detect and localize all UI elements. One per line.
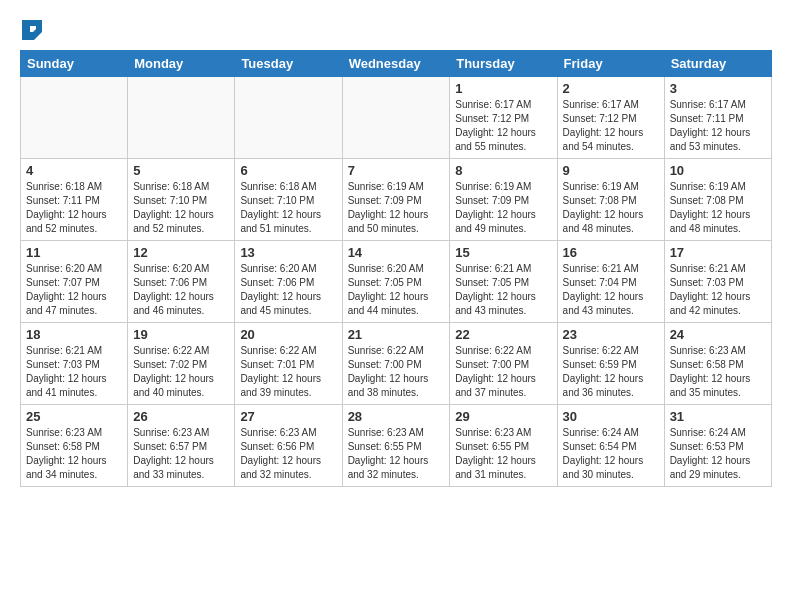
calendar-cell: 6Sunrise: 6:18 AM Sunset: 7:10 PM Daylig… bbox=[235, 159, 342, 241]
calendar-cell: 9Sunrise: 6:19 AM Sunset: 7:08 PM Daylig… bbox=[557, 159, 664, 241]
calendar-cell: 18Sunrise: 6:21 AM Sunset: 7:03 PM Dayli… bbox=[21, 323, 128, 405]
calendar-cell bbox=[342, 77, 450, 159]
calendar-cell: 23Sunrise: 6:22 AM Sunset: 6:59 PM Dayli… bbox=[557, 323, 664, 405]
day-info: Sunrise: 6:24 AM Sunset: 6:54 PM Dayligh… bbox=[563, 426, 659, 482]
calendar-cell: 7Sunrise: 6:19 AM Sunset: 7:09 PM Daylig… bbox=[342, 159, 450, 241]
day-number: 27 bbox=[240, 409, 336, 424]
calendar-cell bbox=[21, 77, 128, 159]
day-info: Sunrise: 6:22 AM Sunset: 7:01 PM Dayligh… bbox=[240, 344, 336, 400]
day-info: Sunrise: 6:19 AM Sunset: 7:08 PM Dayligh… bbox=[670, 180, 766, 236]
day-number: 29 bbox=[455, 409, 551, 424]
day-info: Sunrise: 6:20 AM Sunset: 7:06 PM Dayligh… bbox=[133, 262, 229, 318]
day-number: 17 bbox=[670, 245, 766, 260]
day-info: Sunrise: 6:18 AM Sunset: 7:10 PM Dayligh… bbox=[133, 180, 229, 236]
calendar-cell: 10Sunrise: 6:19 AM Sunset: 7:08 PM Dayli… bbox=[664, 159, 771, 241]
calendar-week-row: 4Sunrise: 6:18 AM Sunset: 7:11 PM Daylig… bbox=[21, 159, 772, 241]
day-number: 16 bbox=[563, 245, 659, 260]
day-info: Sunrise: 6:24 AM Sunset: 6:53 PM Dayligh… bbox=[670, 426, 766, 482]
calendar-cell: 17Sunrise: 6:21 AM Sunset: 7:03 PM Dayli… bbox=[664, 241, 771, 323]
calendar-cell: 3Sunrise: 6:17 AM Sunset: 7:11 PM Daylig… bbox=[664, 77, 771, 159]
calendar-week-row: 18Sunrise: 6:21 AM Sunset: 7:03 PM Dayli… bbox=[21, 323, 772, 405]
day-header-friday: Friday bbox=[557, 51, 664, 77]
day-info: Sunrise: 6:17 AM Sunset: 7:12 PM Dayligh… bbox=[563, 98, 659, 154]
calendar-cell: 13Sunrise: 6:20 AM Sunset: 7:06 PM Dayli… bbox=[235, 241, 342, 323]
calendar-header-row: SundayMondayTuesdayWednesdayThursdayFrid… bbox=[21, 51, 772, 77]
day-header-wednesday: Wednesday bbox=[342, 51, 450, 77]
day-info: Sunrise: 6:17 AM Sunset: 7:12 PM Dayligh… bbox=[455, 98, 551, 154]
calendar-cell: 22Sunrise: 6:22 AM Sunset: 7:00 PM Dayli… bbox=[450, 323, 557, 405]
calendar-cell bbox=[235, 77, 342, 159]
page-header bbox=[20, 20, 772, 40]
day-header-saturday: Saturday bbox=[664, 51, 771, 77]
calendar-cell: 11Sunrise: 6:20 AM Sunset: 7:07 PM Dayli… bbox=[21, 241, 128, 323]
day-number: 19 bbox=[133, 327, 229, 342]
calendar-cell: 8Sunrise: 6:19 AM Sunset: 7:09 PM Daylig… bbox=[450, 159, 557, 241]
day-number: 6 bbox=[240, 163, 336, 178]
day-info: Sunrise: 6:21 AM Sunset: 7:03 PM Dayligh… bbox=[26, 344, 122, 400]
calendar-cell: 25Sunrise: 6:23 AM Sunset: 6:58 PM Dayli… bbox=[21, 405, 128, 487]
calendar-cell bbox=[128, 77, 235, 159]
calendar-cell: 29Sunrise: 6:23 AM Sunset: 6:55 PM Dayli… bbox=[450, 405, 557, 487]
day-info: Sunrise: 6:23 AM Sunset: 6:55 PM Dayligh… bbox=[455, 426, 551, 482]
day-info: Sunrise: 6:22 AM Sunset: 7:00 PM Dayligh… bbox=[455, 344, 551, 400]
day-number: 3 bbox=[670, 81, 766, 96]
day-number: 20 bbox=[240, 327, 336, 342]
day-number: 22 bbox=[455, 327, 551, 342]
day-number: 1 bbox=[455, 81, 551, 96]
day-number: 10 bbox=[670, 163, 766, 178]
day-header-thursday: Thursday bbox=[450, 51, 557, 77]
day-number: 5 bbox=[133, 163, 229, 178]
day-info: Sunrise: 6:22 AM Sunset: 7:02 PM Dayligh… bbox=[133, 344, 229, 400]
day-number: 26 bbox=[133, 409, 229, 424]
calendar-week-row: 11Sunrise: 6:20 AM Sunset: 7:07 PM Dayli… bbox=[21, 241, 772, 323]
calendar-cell: 16Sunrise: 6:21 AM Sunset: 7:04 PM Dayli… bbox=[557, 241, 664, 323]
day-number: 8 bbox=[455, 163, 551, 178]
calendar-week-row: 1Sunrise: 6:17 AM Sunset: 7:12 PM Daylig… bbox=[21, 77, 772, 159]
day-header-tuesday: Tuesday bbox=[235, 51, 342, 77]
day-info: Sunrise: 6:20 AM Sunset: 7:05 PM Dayligh… bbox=[348, 262, 445, 318]
calendar-cell: 1Sunrise: 6:17 AM Sunset: 7:12 PM Daylig… bbox=[450, 77, 557, 159]
day-number: 9 bbox=[563, 163, 659, 178]
calendar-cell: 21Sunrise: 6:22 AM Sunset: 7:00 PM Dayli… bbox=[342, 323, 450, 405]
calendar-cell: 5Sunrise: 6:18 AM Sunset: 7:10 PM Daylig… bbox=[128, 159, 235, 241]
day-info: Sunrise: 6:22 AM Sunset: 6:59 PM Dayligh… bbox=[563, 344, 659, 400]
day-number: 12 bbox=[133, 245, 229, 260]
calendar-cell: 20Sunrise: 6:22 AM Sunset: 7:01 PM Dayli… bbox=[235, 323, 342, 405]
day-info: Sunrise: 6:23 AM Sunset: 6:58 PM Dayligh… bbox=[26, 426, 122, 482]
logo bbox=[20, 20, 42, 40]
day-number: 11 bbox=[26, 245, 122, 260]
day-number: 7 bbox=[348, 163, 445, 178]
calendar-cell: 4Sunrise: 6:18 AM Sunset: 7:11 PM Daylig… bbox=[21, 159, 128, 241]
day-number: 31 bbox=[670, 409, 766, 424]
day-info: Sunrise: 6:20 AM Sunset: 7:06 PM Dayligh… bbox=[240, 262, 336, 318]
day-header-monday: Monday bbox=[128, 51, 235, 77]
calendar-cell: 30Sunrise: 6:24 AM Sunset: 6:54 PM Dayli… bbox=[557, 405, 664, 487]
day-number: 14 bbox=[348, 245, 445, 260]
calendar-cell: 27Sunrise: 6:23 AM Sunset: 6:56 PM Dayli… bbox=[235, 405, 342, 487]
day-info: Sunrise: 6:17 AM Sunset: 7:11 PM Dayligh… bbox=[670, 98, 766, 154]
calendar-cell: 14Sunrise: 6:20 AM Sunset: 7:05 PM Dayli… bbox=[342, 241, 450, 323]
day-number: 13 bbox=[240, 245, 336, 260]
day-info: Sunrise: 6:23 AM Sunset: 6:56 PM Dayligh… bbox=[240, 426, 336, 482]
day-info: Sunrise: 6:21 AM Sunset: 7:05 PM Dayligh… bbox=[455, 262, 551, 318]
calendar-cell: 12Sunrise: 6:20 AM Sunset: 7:06 PM Dayli… bbox=[128, 241, 235, 323]
calendar-table: SundayMondayTuesdayWednesdayThursdayFrid… bbox=[20, 50, 772, 487]
day-info: Sunrise: 6:19 AM Sunset: 7:09 PM Dayligh… bbox=[348, 180, 445, 236]
calendar-cell: 2Sunrise: 6:17 AM Sunset: 7:12 PM Daylig… bbox=[557, 77, 664, 159]
day-number: 18 bbox=[26, 327, 122, 342]
day-number: 21 bbox=[348, 327, 445, 342]
day-number: 4 bbox=[26, 163, 122, 178]
day-info: Sunrise: 6:19 AM Sunset: 7:08 PM Dayligh… bbox=[563, 180, 659, 236]
day-number: 23 bbox=[563, 327, 659, 342]
day-number: 15 bbox=[455, 245, 551, 260]
day-number: 30 bbox=[563, 409, 659, 424]
day-info: Sunrise: 6:18 AM Sunset: 7:11 PM Dayligh… bbox=[26, 180, 122, 236]
day-number: 2 bbox=[563, 81, 659, 96]
day-number: 24 bbox=[670, 327, 766, 342]
calendar-cell: 31Sunrise: 6:24 AM Sunset: 6:53 PM Dayli… bbox=[664, 405, 771, 487]
calendar-week-row: 25Sunrise: 6:23 AM Sunset: 6:58 PM Dayli… bbox=[21, 405, 772, 487]
day-header-sunday: Sunday bbox=[21, 51, 128, 77]
calendar-cell: 26Sunrise: 6:23 AM Sunset: 6:57 PM Dayli… bbox=[128, 405, 235, 487]
day-number: 25 bbox=[26, 409, 122, 424]
day-info: Sunrise: 6:19 AM Sunset: 7:09 PM Dayligh… bbox=[455, 180, 551, 236]
